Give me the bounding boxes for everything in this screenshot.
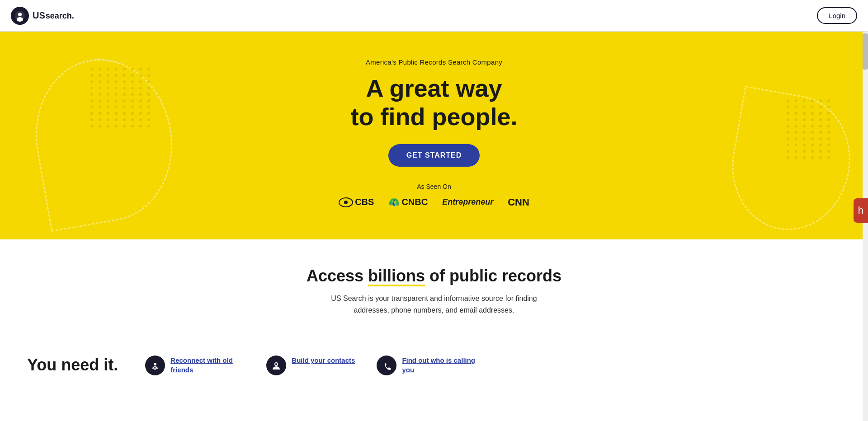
cbs-logo: CBS <box>339 197 374 207</box>
cbs-label: CBS <box>355 197 374 207</box>
you-need-it-section: You need it. Reconnect with old friends <box>0 346 868 393</box>
feature-calling: Find out who is calling you <box>377 356 476 375</box>
get-started-button[interactable]: GET STARTED <box>388 144 480 167</box>
contacts-icon <box>266 356 286 375</box>
media-logos: CBS 🦚 CNBC Entrepreneur CNN <box>339 196 529 208</box>
cnn-logo: CNN <box>508 196 529 208</box>
cnbc-label: CNBC <box>401 197 428 207</box>
feature-reconnect: Reconnect with old friends <box>145 356 245 375</box>
svg-point-5 <box>154 363 156 365</box>
hero-title-line1: A great way <box>366 75 502 102</box>
scrollbar-thumb[interactable] <box>863 33 868 70</box>
as-seen-on-label: As Seen On <box>339 183 529 190</box>
features-grid: Reconnect with old friends Build your co… <box>145 356 476 375</box>
contacts-link[interactable]: Build your contacts <box>292 356 355 365</box>
hero-title: A great way to find people. <box>339 74 529 130</box>
reconnect-icon <box>145 356 165 375</box>
calling-link[interactable]: Find out who is calling you <box>402 356 476 374</box>
access-title-highlight: billions <box>368 267 425 285</box>
help-widget[interactable]: h <box>854 198 868 223</box>
access-section-title: Access billions of public records <box>9 267 859 285</box>
access-section-description: US Search is your transparent and inform… <box>316 293 552 316</box>
help-widget-icon: h <box>858 205 863 216</box>
hero-content: America's Public Records Search Company … <box>330 40 538 230</box>
logo-us: US <box>33 10 45 21</box>
hero-title-line2: to find people. <box>351 103 518 130</box>
cnbc-logo: 🦚 CNBC <box>388 197 428 208</box>
you-need-heading: You need it. <box>27 356 118 374</box>
logo-text-container: US search. <box>33 10 74 21</box>
cnn-label: CNN <box>508 196 529 208</box>
reconnect-link[interactable]: Reconnect with old friends <box>170 356 245 374</box>
login-button[interactable]: Login <box>817 7 857 24</box>
cnbc-peacock-icon: 🦚 <box>388 197 400 208</box>
access-section: Access billions of public records US Sea… <box>0 239 868 346</box>
cbs-eye-icon <box>339 197 353 207</box>
hero-section: const dotsLeft = document.currentScript.… <box>0 32 868 239</box>
calling-icon <box>377 356 396 375</box>
entrepreneur-label: Entrepreneur <box>442 197 493 207</box>
hero-subtitle: America's Public Records Search Company <box>339 58 529 66</box>
logo-search: search. <box>46 11 74 21</box>
navbar: US search. Login <box>0 0 868 32</box>
feature-contacts: Build your contacts <box>266 356 355 375</box>
dots-left-decoration: const dotsLeft = document.currentScript.… <box>90 68 152 127</box>
access-title-prefix: Access <box>307 267 368 285</box>
svg-point-2 <box>18 13 22 16</box>
dots-right-decoration: const dotsRight = document.currentScript… <box>787 99 832 159</box>
logo: US search. <box>11 7 74 25</box>
access-title-suffix: of public records <box>425 267 561 285</box>
logo-icon <box>11 7 29 25</box>
entrepreneur-logo: Entrepreneur <box>442 197 493 207</box>
svg-point-3 <box>17 17 23 22</box>
